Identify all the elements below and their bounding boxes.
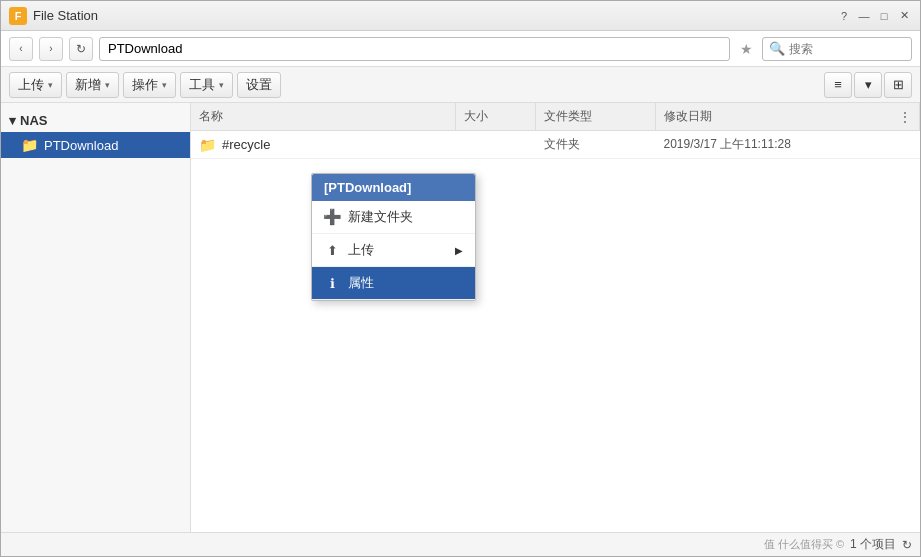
status-text: 1 个项目 [850, 536, 896, 553]
upload-menu-label: 上传 [348, 241, 374, 259]
submenu-arrow-icon: ▶ [455, 245, 463, 256]
action-toolbar: 上传 ▾ 新增 ▾ 操作 ▾ 工具 ▾ 设置 ≡ ▾ ⊞ [1, 67, 920, 103]
sidebar-section-nas: ▾ NAS [1, 109, 190, 132]
settings-label: 设置 [246, 76, 272, 94]
main-window: F File Station ? — □ ✕ ‹ › ↻ ★ 🔍 上传 ▾ 新增… [0, 0, 921, 557]
refresh-button[interactable]: ↻ [69, 37, 93, 61]
watermark-text: 值 什么值得买 © [764, 537, 844, 552]
file-name-text: #recycle [222, 137, 270, 152]
search-box: 🔍 [762, 37, 912, 61]
view-buttons: ≡ ▾ ⊞ [824, 72, 912, 98]
context-menu-title: [PTDownload] [312, 174, 475, 201]
close-button[interactable]: ✕ [896, 8, 912, 24]
file-list: 📁 #recycle 文件夹 2019/3/17 上午11:11:28 [191, 131, 920, 532]
file-area: 名称 大小 文件类型 修改日期 ⋮ 📁 #recycle [191, 103, 920, 532]
upload-icon: ⬆ [324, 242, 340, 258]
app-icon: F [9, 7, 27, 25]
col-header-date: 修改日期 ⋮ [656, 103, 921, 130]
list-view-button[interactable]: ≡ [824, 72, 852, 98]
titlebar-left: F File Station [9, 7, 98, 25]
status-bar: 值 什么值得买 © 1 个项目 ↻ [1, 532, 920, 556]
sidebar-item-label: PTDownload [44, 138, 118, 153]
properties-icon: ℹ [324, 275, 340, 291]
file-name-cell: 📁 #recycle [191, 137, 456, 153]
search-input[interactable] [789, 42, 889, 56]
newfolder-label: 新建文件夹 [348, 208, 413, 226]
context-menu-item-properties[interactable]: ℹ 属性 [312, 267, 475, 300]
window-title: File Station [33, 8, 98, 23]
properties-label: 属性 [348, 274, 374, 292]
file-folder-icon: 📁 [199, 137, 216, 153]
view-dropdown-button[interactable]: ▾ [854, 72, 882, 98]
folder-icon: 📁 [21, 137, 38, 153]
tools-arrow: ▾ [219, 80, 224, 90]
upload-arrow: ▾ [48, 80, 53, 90]
minimize-button[interactable]: — [856, 8, 872, 24]
status-refresh-icon[interactable]: ↻ [902, 538, 912, 552]
nas-label: NAS [20, 113, 47, 128]
newfolder-icon: ➕ [324, 209, 340, 225]
col-header-type: 文件类型 [536, 103, 656, 130]
action-button[interactable]: 操作 ▾ [123, 72, 176, 98]
column-headers: 名称 大小 文件类型 修改日期 ⋮ [191, 103, 920, 131]
back-button[interactable]: ‹ [9, 37, 33, 61]
context-menu-item-newfolder[interactable]: ➕ 新建文件夹 [312, 201, 475, 234]
table-row[interactable]: 📁 #recycle 文件夹 2019/3/17 上午11:11:28 [191, 131, 920, 159]
sidebar-item-ptdownload[interactable]: 📁 PTDownload [1, 132, 190, 158]
search-icon: 🔍 [769, 41, 785, 56]
file-type-cell: 文件夹 [536, 136, 656, 153]
sidebar: ▾ NAS 📁 PTDownload [1, 103, 191, 532]
forward-button[interactable]: › [39, 37, 63, 61]
address-input[interactable] [99, 37, 730, 61]
new-button[interactable]: 新增 ▾ [66, 72, 119, 98]
new-label: 新增 [75, 76, 101, 94]
main-content: ▾ NAS 📁 PTDownload 名称 大小 文件类型 [1, 103, 920, 532]
grid-view-button[interactable]: ⊞ [884, 72, 912, 98]
col-header-size: 大小 [456, 103, 536, 130]
context-menu: [PTDownload] ➕ 新建文件夹 ⬆ 上传 ▶ ℹ 属性 [311, 173, 476, 301]
new-arrow: ▾ [105, 80, 110, 90]
upload-label: 上传 [18, 76, 44, 94]
nas-triangle-icon: ▾ [9, 113, 16, 128]
context-menu-item-upload[interactable]: ⬆ 上传 ▶ [312, 234, 475, 267]
address-bar: ‹ › ↻ ★ 🔍 [1, 31, 920, 67]
settings-button[interactable]: 设置 [237, 72, 281, 98]
file-date-cell: 2019/3/17 上午11:11:28 [656, 136, 921, 153]
tools-button[interactable]: 工具 ▾ [180, 72, 233, 98]
titlebar: F File Station ? — □ ✕ [1, 1, 920, 31]
maximize-button[interactable]: □ [876, 8, 892, 24]
action-label: 操作 [132, 76, 158, 94]
help-button[interactable]: ? [836, 8, 852, 24]
action-arrow: ▾ [162, 80, 167, 90]
col-more-icon[interactable]: ⋮ [899, 110, 911, 124]
col-header-name: 名称 [191, 103, 456, 130]
titlebar-controls: ? — □ ✕ [836, 8, 912, 24]
favorite-button[interactable]: ★ [736, 39, 756, 59]
upload-button[interactable]: 上传 ▾ [9, 72, 62, 98]
tools-label: 工具 [189, 76, 215, 94]
